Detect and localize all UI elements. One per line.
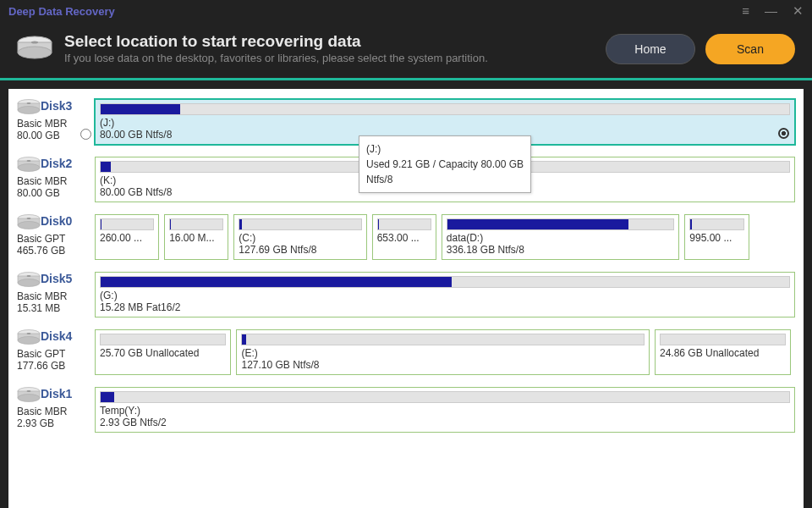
disk-row: Disk1Basic MBR2.93 GBTemp(Y:)2.93 GB Ntf… [17, 387, 795, 433]
disk-type: Basic GPT [17, 233, 90, 245]
partitions: Temp(Y:)2.93 GB Ntfs/2 [95, 387, 795, 433]
disk-info: Disk3Basic MBR80.00 GB [17, 99, 90, 141]
tooltip-fs: Ntfs/8 [366, 172, 524, 187]
partition-caption: 15.28 MB Fat16/2 [100, 301, 790, 313]
partition-label: (E:) [241, 347, 645, 359]
menu-icon[interactable]: ≡ [742, 3, 749, 19]
disk-radio[interactable] [80, 129, 91, 140]
partition[interactable]: 653.00 ... [372, 214, 436, 260]
home-button[interactable]: Home [606, 34, 695, 64]
usage-bar [689, 218, 743, 230]
header-buttons: Home Scan [606, 34, 795, 64]
disk-info: Disk4Basic GPT177.66 GB [17, 329, 90, 372]
usage-fill [101, 392, 114, 402]
usage-fill [378, 219, 379, 229]
usage-bar [100, 218, 154, 230]
page-title: Select location to start recovering data [64, 32, 606, 51]
partition-caption: 24.86 GB Unallocated [660, 347, 786, 359]
partition-caption: 16.00 M... [169, 232, 223, 244]
svg-point-23 [27, 333, 31, 334]
usage-bar [100, 276, 790, 288]
usage-fill [101, 219, 102, 229]
svg-point-11 [27, 160, 31, 162]
disk-row: Disk4Basic GPT177.66 GB25.70 GB Unalloca… [17, 329, 795, 375]
disk-type: Basic MBR [17, 175, 90, 187]
partition-caption: 2.93 GB Ntfs/2 [100, 417, 790, 428]
partitions: 260.00 ...16.00 M...(C:)127.69 GB Ntfs/8… [95, 214, 795, 260]
partition-caption: 127.69 GB Ntfs/8 [239, 244, 361, 256]
partitions: 25.70 GB Unallocated(E:)127.10 GB Ntfs/8… [95, 329, 795, 375]
usage-fill [239, 219, 242, 229]
usage-bar [100, 334, 226, 345]
disk-name: Disk1 [41, 387, 72, 400]
partition[interactable]: 995.00 ... [684, 214, 749, 260]
page-subtitle: If you lose data on the desktop, favorit… [64, 51, 606, 66]
svg-point-6 [18, 107, 40, 114]
disk-size: 177.66 GB [17, 360, 90, 372]
partition[interactable]: 24.86 GB Unallocated [655, 329, 791, 375]
partition-label: data(D:) [447, 232, 675, 244]
disk-type: Basic MBR [17, 118, 90, 130]
app-title: Deep Data Recovery [8, 5, 115, 18]
partition-caption: 127.10 GB Ntfs/8 [241, 359, 645, 371]
close-icon[interactable]: ✕ [793, 3, 804, 19]
header-text: Select location to start recovering data… [64, 32, 606, 66]
tooltip-label: (J:) [366, 141, 524, 157]
disk-small-icon [17, 214, 41, 229]
disk-size: 15.31 MB [17, 302, 90, 314]
partition[interactable]: 16.00 M... [164, 214, 228, 260]
partition-caption: 336.18 GB Ntfs/8 [447, 244, 675, 256]
disk-row: Disk0Basic GPT465.76 GB260.00 ...16.00 M… [17, 214, 795, 260]
partition[interactable]: 25.70 GB Unallocated [95, 329, 231, 375]
partitions: (G:)15.28 MB Fat16/2 [95, 272, 795, 318]
disk-size: 465.76 GB [17, 245, 90, 257]
svg-point-14 [18, 222, 40, 229]
disk-large-icon [17, 36, 52, 59]
disk-type: Basic GPT [17, 348, 90, 360]
svg-point-7 [27, 102, 31, 104]
titlebar: Deep Data Recovery ≡ — ✕ [0, 0, 812, 22]
disk-info: Disk2Basic MBR80.00 GB [17, 157, 90, 199]
partition[interactable]: (E:)127.10 GB Ntfs/8 [236, 329, 650, 375]
usage-bar [660, 334, 786, 345]
usage-bar [169, 218, 223, 230]
partition-tooltip: (J:) Used 9.21 GB / Capacity 80.00 GB Nt… [359, 135, 531, 193]
disk-name: Disk0 [41, 214, 72, 228]
disk-name: Disk5 [41, 272, 72, 285]
disk-type: Basic MBR [17, 290, 90, 302]
partition-label: Temp(Y:) [100, 405, 790, 417]
usage-bar [377, 218, 431, 230]
partition[interactable]: 260.00 ... [95, 214, 159, 260]
svg-point-27 [27, 390, 31, 392]
partition-caption: 653.00 ... [377, 232, 431, 244]
partition[interactable]: data(D:)336.18 GB Ntfs/8 [442, 214, 680, 260]
partition-label: (J:) [100, 117, 790, 129]
svg-point-18 [18, 279, 40, 287]
usage-bar [241, 334, 645, 345]
svg-point-26 [18, 395, 40, 402]
svg-point-22 [18, 337, 40, 345]
scan-button[interactable]: Scan [705, 34, 795, 64]
minimize-icon[interactable]: — [765, 3, 777, 19]
partition[interactable]: (G:)15.28 MB Fat16/2 [95, 272, 795, 318]
main: (J:) Used 9.21 GB / Capacity 80.00 GB Nt… [0, 80, 812, 508]
svg-point-19 [27, 275, 31, 277]
window-controls: ≡ — ✕ [742, 3, 804, 19]
disk-name: Disk4 [41, 329, 72, 343]
svg-point-15 [27, 218, 31, 219]
usage-bar [100, 391, 790, 403]
partition-label: (C:) [239, 232, 361, 244]
svg-point-10 [18, 164, 40, 172]
partition-label: (G:) [100, 290, 790, 301]
partition[interactable]: (C:)127.69 GB Ntfs/8 [233, 214, 366, 260]
disk-size: 80.00 GB [17, 187, 90, 199]
disk-info: Disk5Basic MBR15.31 MB [17, 272, 90, 314]
usage-fill [447, 219, 628, 229]
usage-bar [100, 103, 790, 115]
usage-fill [690, 219, 691, 229]
disk-list: (J:) Used 9.21 GB / Capacity 80.00 GB Nt… [8, 89, 804, 508]
usage-fill [101, 277, 452, 287]
usage-fill [101, 162, 111, 172]
partition[interactable]: Temp(Y:)2.93 GB Ntfs/2 [95, 387, 795, 433]
disk-small-icon [17, 387, 41, 402]
